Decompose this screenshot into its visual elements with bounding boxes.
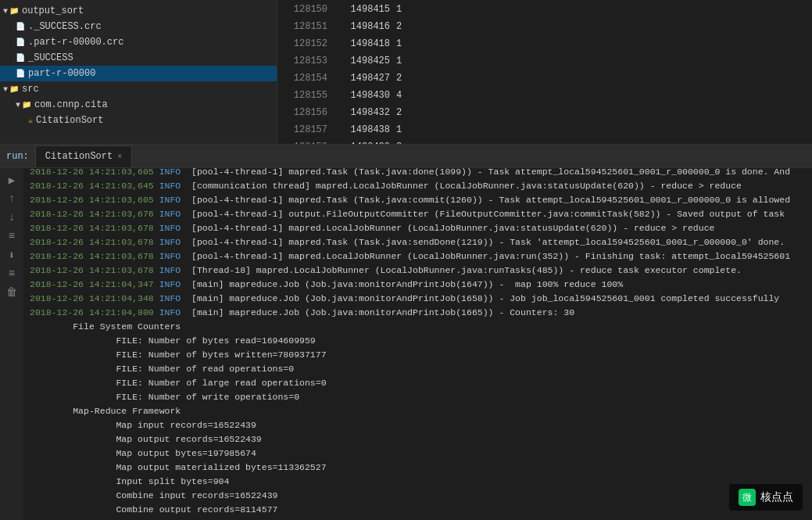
log-line: Map output bytes=197985674 (30, 446, 806, 461)
line-number: 128150 (284, 2, 331, 16)
tree-label: _SUCCESS (28, 52, 73, 63)
java-icon: ☕ (28, 116, 33, 125)
line-number: 128158 (284, 139, 331, 144)
tree-item-src[interactable]: ▼📁src (0, 81, 277, 97)
menu-button[interactable]: ≡ (3, 228, 20, 245)
console-sidebar: ▶↑↓≡⬇≡🗑 (0, 168, 23, 520)
file-tree: ▼📁output_sort📄._SUCCESS.crc📄.part-r-0000… (0, 0, 277, 144)
line-number: 128156 (284, 105, 331, 119)
folder-icon: 📁 (22, 100, 31, 109)
folder-icon: 📁 (9, 84, 19, 94)
log-line: FILE: Number of bytes read=1694609959 (30, 334, 806, 348)
table-row: 128157 1498438 1 (277, 120, 812, 138)
count-cell: 1 (393, 122, 409, 136)
tree-item-part_r_crc[interactable]: 📄.part-r-00000.crc (0, 34, 277, 50)
file-icon: 📄 (16, 69, 25, 78)
log-line: 2018-12-26 14:21:04,348 INFO [main] mapr… (30, 292, 806, 306)
tree-item-com_cnnp_cita[interactable]: ▼📁com.cnnp.cita (0, 97, 277, 113)
value-cell: 1498439 (331, 139, 393, 144)
tab-bar: run: CitationSort × (0, 145, 812, 168)
table-row: 128153 1498425 1 (277, 52, 812, 69)
tree-label: .part-r-00000.crc (28, 37, 123, 48)
tree-label: CitationSort (36, 115, 103, 126)
log-line: Map output records=16522439 (30, 432, 806, 446)
count-cell: 1 (393, 53, 409, 67)
log-line: 2018-12-26 14:21:03,645 INFO [communicat… (30, 179, 806, 193)
log-line: Input split bytes=904 (30, 475, 806, 489)
table-row: 128158 1498439 3 (277, 138, 812, 144)
download-button[interactable]: ⬇ (3, 246, 20, 264)
watermark-text: 核点点 (760, 490, 793, 504)
settings-button[interactable]: ≡ (3, 265, 20, 282)
table-row: 128152 1498418 1 (277, 34, 812, 52)
tree-label: ._SUCCESS.crc (28, 21, 102, 32)
folder-arrow: ▼ (3, 85, 8, 94)
log-line: 2018-12-26 14:21:04,800 INFO [main] mapr… (30, 306, 806, 320)
tree-item-CitationSort[interactable]: ☕CitationSort (0, 113, 277, 128)
value-cell: 1498425 (331, 53, 393, 67)
tree-label: src (22, 84, 39, 95)
tree-label: output_sort (22, 5, 84, 16)
line-number: 128155 (284, 88, 331, 102)
count-cell: 1 (393, 2, 409, 16)
log-line: Map-Reduce Framework (30, 404, 806, 418)
log-line: 2018-12-26 14:21:03,605 INFO [pool-4-thr… (30, 193, 806, 207)
log-line: Map input records=16522439 (30, 418, 806, 432)
run-label: run: (6, 151, 29, 162)
table-row: 128151 1498416 2 (277, 17, 812, 34)
log-line: FILE: Number of write operations=0 (30, 390, 806, 404)
count-cell: 3 (393, 139, 409, 144)
line-number: 128153 (284, 53, 331, 67)
log-line: 2018-12-26 14:21:03,678 INFO [pool-4-thr… (30, 221, 806, 235)
clear-button[interactable]: 🗑 (3, 284, 20, 301)
log-line: 2018-12-26 14:21:03,678 INFO [pool-4-thr… (30, 235, 806, 249)
value-cell: 1498427 (331, 70, 393, 84)
log-line: File System Counters (30, 320, 806, 334)
count-cell: 2 (393, 19, 409, 33)
line-number: 128152 (284, 36, 331, 50)
scroll-down-button[interactable]: ↓ (3, 209, 20, 226)
table-row: 128156 1498432 2 (277, 103, 812, 120)
tree-item-_SUCCESS[interactable]: 📄_SUCCESS (0, 50, 277, 66)
count-cell: 2 (393, 105, 409, 119)
tree-item-_SUCCESS_crc[interactable]: 📄._SUCCESS.crc (0, 19, 277, 34)
folder-arrow: ▼ (16, 101, 20, 109)
watermark-icon: 微 (739, 489, 756, 506)
log-line: Map output materialized bytes=113362527 (30, 461, 806, 475)
tree-item-output_sort[interactable]: ▼📁output_sort (0, 3, 277, 19)
log-line: Combine output records=8114577 (30, 503, 806, 517)
crc-icon: 📄 (16, 38, 25, 47)
log-line: FILE: Number of read operations=0 (30, 362, 806, 376)
tab-label: CitationSort (45, 151, 113, 162)
count-cell: 2 (393, 70, 409, 84)
log-line: 2018-12-26 14:21:03,605 INFO [pool-4-thr… (30, 168, 806, 179)
table-row: 128154 1498427 2 (277, 69, 812, 86)
log-line: 2018-12-26 14:21:04,347 INFO [main] mapr… (30, 278, 806, 292)
tab-close-button[interactable]: × (117, 152, 122, 161)
crc-icon: 📄 (16, 22, 25, 31)
run-button[interactable]: ▶ (3, 171, 20, 188)
count-cell: 1 (393, 36, 409, 50)
table-row: 128155 1498430 4 (277, 86, 812, 103)
log-line: Combine input records=16522439 (30, 489, 806, 503)
file-table: 128150 1498415 1 128151 1498416 2 128152… (277, 0, 812, 144)
value-cell: 1498415 (331, 2, 393, 16)
console-area: ▶↑↓≡⬇≡🗑 2018-12-26 14:20:49,017 INFO [co… (0, 168, 812, 520)
value-cell: 1498418 (331, 36, 393, 50)
scroll-up-button[interactable]: ↑ (3, 190, 20, 207)
tree-label: part-r-00000 (28, 68, 95, 79)
citation-sort-tab[interactable]: CitationSort × (35, 145, 132, 167)
log-line: FILE: Number of large read operations=0 (30, 376, 806, 390)
value-cell: 1498438 (331, 122, 393, 136)
line-number: 128157 (284, 122, 331, 136)
line-number: 128154 (284, 70, 331, 84)
top-area: ▼📁output_sort📄._SUCCESS.crc📄.part-r-0000… (0, 0, 812, 145)
watermark: 微 核点点 (729, 484, 803, 511)
value-cell: 1498416 (331, 19, 393, 33)
table-row: 128150 1498415 1 (277, 0, 812, 17)
tree-item-part_r_00000[interactable]: 📄part-r-00000 (0, 66, 277, 81)
folder-arrow: ▼ (3, 7, 8, 16)
log-line: 2018-12-26 14:21:03,678 INFO [Thread-18]… (30, 264, 806, 278)
log-line: 2018-12-26 14:21:03,678 INFO [pool-4-thr… (30, 249, 806, 264)
console-output[interactable]: 2018-12-26 14:20:49,017 INFO [communicat… (23, 168, 812, 520)
